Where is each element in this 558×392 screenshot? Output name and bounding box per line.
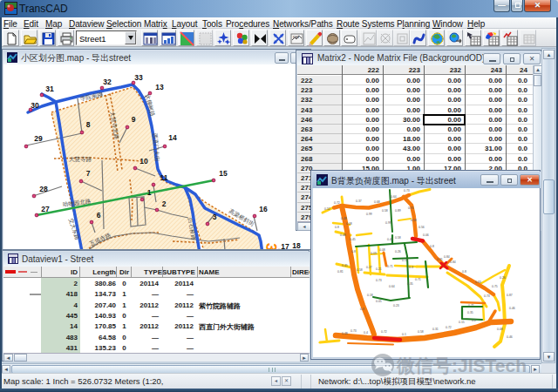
svg-text:14: 14 — [168, 133, 177, 142]
svg-text:0.08: 0.08 — [346, 222, 352, 226]
svg-text:0.58: 0.58 — [418, 330, 424, 334]
svg-text:0.72: 0.72 — [446, 326, 452, 329]
svg-text:0.37: 0.37 — [356, 199, 362, 203]
svg-text:0.75: 0.75 — [492, 285, 498, 288]
svg-text:17: 17 — [281, 242, 289, 249]
svg-text:0.45: 0.45 — [350, 238, 356, 241]
svg-text:0.4: 0.4 — [364, 331, 368, 335]
svg-text:0.58: 0.58 — [357, 268, 363, 272]
svg-text:0.48: 0.48 — [340, 233, 346, 237]
svg-text:0.08: 0.08 — [379, 248, 385, 252]
svg-text:0.2: 0.2 — [472, 319, 476, 322]
svg-text:29: 29 — [34, 134, 43, 143]
svg-text:0.35: 0.35 — [407, 282, 413, 286]
svg-text:0.8: 0.8 — [360, 308, 364, 311]
svg-text:27: 27 — [41, 205, 50, 213]
svg-text:30: 30 — [31, 101, 39, 110]
svg-text:0.41: 0.41 — [387, 238, 393, 241]
svg-text:0.8: 0.8 — [430, 245, 434, 248]
svg-text:32: 32 — [103, 78, 112, 86]
svg-text:0.64: 0.64 — [391, 195, 397, 199]
svg-text:0.46: 0.46 — [509, 307, 515, 310]
svg-text:0.99: 0.99 — [366, 213, 372, 216]
svg-text:10: 10 — [140, 157, 148, 166]
svg-text:0.72: 0.72 — [334, 201, 340, 205]
svg-text:0.35: 0.35 — [467, 311, 473, 314]
svg-text:微信号:JISTech: 微信号:JISTech — [396, 355, 527, 375]
svg-text:3: 3 — [262, 242, 280, 249]
svg-text:0.64: 0.64 — [389, 285, 395, 288]
svg-text:0.03: 0.03 — [371, 252, 377, 255]
svg-text:0.31: 0.31 — [432, 328, 439, 331]
svg-text:0.71: 0.71 — [415, 278, 421, 281]
svg-text:8: 8 — [86, 120, 91, 129]
svg-text:16: 16 — [259, 205, 268, 213]
svg-text:13: 13 — [155, 83, 164, 91]
svg-text:3: 3 — [213, 213, 217, 221]
svg-text:0.13: 0.13 — [402, 259, 408, 262]
svg-text:0.58: 0.58 — [382, 209, 388, 213]
svg-text:0.1: 0.1 — [402, 333, 406, 336]
svg-text:0.84: 0.84 — [444, 255, 450, 259]
svg-text:0.06: 0.06 — [423, 233, 429, 237]
svg-text:0.21: 0.21 — [376, 267, 382, 271]
svg-text:0.8: 0.8 — [462, 270, 466, 274]
svg-text:0.48: 0.48 — [342, 332, 348, 335]
svg-text:0.3: 0.3 — [409, 266, 413, 269]
svg-text:31: 31 — [45, 84, 54, 93]
svg-text:11: 11 — [160, 173, 168, 182]
svg-text:大慧寺路: 大慧寺路 — [69, 156, 92, 163]
svg-text:0.68: 0.68 — [374, 200, 380, 204]
svg-text:0.26: 0.26 — [395, 250, 401, 253]
svg-text:0.73: 0.73 — [404, 189, 410, 193]
svg-text:1: 1 — [147, 188, 152, 197]
svg-text:0.8: 0.8 — [351, 250, 356, 253]
svg-text:0.73: 0.73 — [350, 329, 357, 333]
svg-text:2: 2 — [162, 199, 167, 208]
svg-text:0.45: 0.45 — [342, 264, 348, 267]
svg-text:0.15: 0.15 — [459, 321, 465, 324]
svg-text:0.23: 0.23 — [393, 304, 399, 308]
svg-text:0.89: 0.89 — [395, 209, 401, 213]
svg-text:0.48: 0.48 — [341, 217, 347, 220]
svg-text:7: 7 — [86, 169, 91, 178]
svg-text:0.84: 0.84 — [450, 260, 456, 264]
svg-text:0.46: 0.46 — [507, 335, 513, 339]
svg-text:0.71: 0.71 — [387, 265, 393, 268]
svg-text:9: 9 — [132, 115, 136, 124]
svg-text:0.73: 0.73 — [484, 294, 490, 298]
svg-text:0.58: 0.58 — [411, 219, 417, 222]
svg-text:0.91: 0.91 — [408, 206, 414, 210]
svg-text:33: 33 — [134, 73, 143, 82]
svg-text:0.27: 0.27 — [366, 266, 372, 269]
svg-text:18: 18 — [292, 241, 301, 249]
svg-text:0.08: 0.08 — [497, 328, 503, 331]
svg-text:28: 28 — [39, 185, 48, 193]
svg-text:0.8: 0.8 — [335, 226, 339, 229]
svg-text:0.52: 0.52 — [324, 207, 330, 211]
svg-text:0.99: 0.99 — [385, 221, 391, 225]
svg-text:0.81: 0.81 — [337, 270, 344, 274]
svg-text:6: 6 — [97, 211, 101, 220]
svg-text:0.56: 0.56 — [418, 226, 425, 229]
svg-text:0.26: 0.26 — [500, 276, 506, 280]
svg-text:0.58: 0.58 — [395, 236, 401, 240]
svg-text:0.05: 0.05 — [376, 300, 382, 303]
svg-text:0.18: 0.18 — [367, 294, 373, 297]
svg-text:0.91: 0.91 — [437, 258, 443, 261]
svg-text:0.72: 0.72 — [381, 330, 387, 334]
svg-text:0.71: 0.71 — [468, 304, 474, 308]
svg-text:0.87: 0.87 — [507, 294, 513, 297]
svg-text:net: net — [293, 34, 300, 39]
svg-text:0.63: 0.63 — [475, 280, 481, 284]
svg-text:15: 15 — [219, 169, 228, 178]
svg-text:0.73: 0.73 — [376, 279, 382, 282]
